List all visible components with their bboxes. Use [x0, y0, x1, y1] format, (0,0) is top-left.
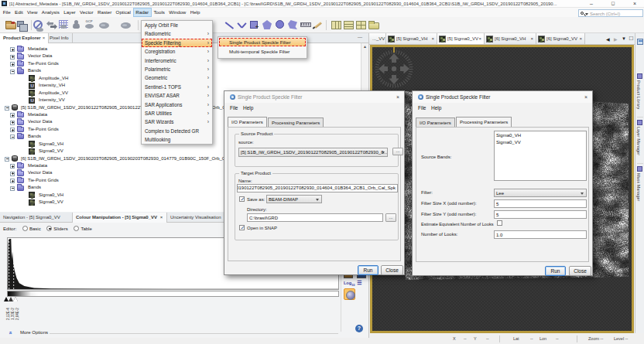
band-list-item[interactable]: Sigma0_VH [496, 132, 584, 139]
tree-expander-icon[interactable] [10, 113, 15, 118]
estimate-enl-checkbox[interactable] [497, 220, 502, 226]
tree-expander-icon[interactable] [10, 179, 15, 183]
number-of-looks-field[interactable]: 1.0 [494, 230, 587, 239]
filter-size-y-field[interactable]: 5 [494, 210, 587, 219]
line-tool-icon[interactable] [224, 21, 234, 29]
tab-list-icon[interactable]: ▼ [622, 36, 626, 41]
menu-item[interactable]: Multilooking [142, 135, 212, 144]
polyline-tool-icon[interactable] [237, 21, 246, 29]
format-combo[interactable]: BEAM-DIMAP [266, 195, 322, 203]
slider-handle-max[interactable] [13, 297, 18, 301]
open-product-icon[interactable] [5, 22, 16, 29]
spatial-subset-icon[interactable] [33, 20, 43, 29]
run-button[interactable]: Run [358, 265, 379, 275]
radio-table[interactable] [74, 226, 79, 231]
menu-item[interactable]: SAR Wizards › [142, 118, 212, 126]
tree-expander-icon[interactable] [5, 157, 9, 162]
submenu-item[interactable]: Multi-temporal Speckle Filter [219, 47, 306, 56]
menubar-item[interactable]: Help [188, 8, 202, 17]
filter-combo[interactable]: Lee [494, 189, 587, 197]
menu-item[interactable]: SAR Applications › [142, 100, 212, 109]
tree-expander-icon[interactable] [10, 70, 15, 74]
log-scaling-icon[interactable]: Log10 [344, 281, 355, 287]
dialog-menu-file[interactable]: File [418, 105, 426, 111]
more-options-label[interactable]: More Options [20, 330, 48, 335]
scroll-tabs-left-icon[interactable]: ◀ [606, 36, 610, 42]
rectangle-tool-icon[interactable] [250, 21, 258, 29]
tab-processing-parameters[interactable]: Processing Parameters [456, 117, 512, 127]
palette-chooser-icon[interactable] [344, 288, 355, 300]
reprojection-icon[interactable] [46, 21, 57, 29]
gcp-manager-icon[interactable]: GCP [83, 19, 95, 30]
tab-io-parameters[interactable]: I/O Parameters [416, 118, 455, 127]
tree-expander-icon[interactable] [10, 121, 15, 125]
menubar-item[interactable]: File [1, 8, 12, 17]
run-button[interactable]: Run [545, 266, 566, 276]
close-icon[interactable]: × [478, 36, 481, 41]
source-product-combo[interactable]: [5] S1B_IW_GRDH_1SDV_20190122T082905_201… [238, 148, 388, 157]
radio-basic[interactable] [22, 226, 28, 231]
menubar-item[interactable]: Optical [114, 8, 133, 17]
expand-more-icon[interactable]: » [8, 332, 13, 335]
document-tab[interactable]: ..._VV [369, 33, 386, 44]
tree-expander-icon[interactable] [10, 47, 15, 52]
evenly-distribute-icon[interactable]: ☰ [357, 280, 361, 286]
tab-processing-parameters[interactable]: Processing Parameters [268, 118, 324, 127]
tab-pixel-info[interactable]: Pixel Info [46, 33, 73, 43]
close-icon[interactable]: × [579, 36, 582, 41]
menubar-item[interactable]: View [25, 8, 39, 17]
document-tab[interactable]: [6] Sigma0_VV × [536, 33, 585, 44]
tree-expander-icon[interactable] [10, 135, 15, 139]
menu-item[interactable]: Apply Orbit File [142, 21, 212, 29]
tree-expander-icon[interactable] [10, 55, 15, 60]
polygon-tool-icon[interactable] [262, 20, 272, 29]
close-icon[interactable]: × [160, 215, 163, 220]
close-button[interactable]: Close [569, 266, 591, 276]
tree-expander-icon[interactable] [10, 128, 15, 132]
menu-item[interactable]: Polarimetric › [142, 65, 212, 73]
sidebar-tab-layer-manager[interactable]: Layer Manager [635, 120, 644, 162]
close-icon[interactable]: × [396, 94, 399, 100]
menu-item[interactable]: Geometric › [142, 73, 212, 82]
tree-expander-icon[interactable] [10, 62, 15, 66]
dialog-menu-file[interactable]: File [230, 105, 238, 111]
menu-item[interactable]: Sentinel-1 TOPS › [142, 83, 212, 91]
tile-grid-icon[interactable] [356, 21, 366, 29]
tile-single-icon[interactable] [368, 22, 379, 29]
tree-expander-icon[interactable] [10, 164, 15, 169]
dialog-titlebar[interactable]: Single Product Speckle Filter × [224, 91, 404, 103]
ellipse-tool-icon[interactable] [276, 20, 284, 29]
source-bands-list[interactable]: Sigma0_VHSigma0_VV [494, 131, 587, 181]
close-icon[interactable]: × [43, 36, 46, 40]
help-icon[interactable]: ? [355, 325, 363, 332]
submenu-item[interactable]: Single Product Speckle Filter [219, 38, 306, 46]
menu-item[interactable]: Coregistration › [142, 47, 212, 56]
menubar-item[interactable]: Tools [152, 8, 167, 17]
tile-horizontally-icon[interactable] [331, 21, 341, 29]
save-as-checkbox[interactable] [239, 196, 245, 202]
sidebar-tab-product-library[interactable]: Product Library [635, 73, 644, 115]
directory-browse-button[interactable]: ... [385, 213, 396, 222]
menu-item[interactable]: Speckle Filtering › [142, 39, 212, 47]
maximize-view-icon[interactable]: □ [629, 35, 633, 42]
resampling-icon[interactable] [59, 20, 68, 29]
directory-field[interactable]: C:\brasil\GRD [247, 213, 383, 222]
tab-colour-manipulation[interactable]: Colour Manipulation - [5] Sigma0_VV × [73, 213, 167, 223]
open-in-snap-checkbox[interactable] [239, 225, 245, 230]
close-icon[interactable]: × [530, 36, 533, 41]
band-list-item[interactable]: Sigma0_VV [496, 139, 584, 146]
document-tab[interactable]: [5] Sigma0_VH × [386, 33, 437, 44]
filter-size-x-field[interactable]: 5 [494, 199, 587, 208]
pin-manager-icon[interactable] [99, 22, 109, 29]
document-tab[interactable]: [6] Sigma0_VH × [485, 33, 536, 44]
document-tab[interactable]: [5] Sigma0_VV × [437, 33, 485, 44]
menu-item[interactable]: Radiometric › [142, 29, 212, 38]
save-product-icon[interactable] [17, 21, 24, 27]
menu-item[interactable]: Interferometric › [142, 56, 212, 65]
menubar-item[interactable]: Analysis [39, 8, 61, 17]
minimize-panel-icon[interactable]: — [356, 36, 364, 41]
tab-product-explorer[interactable]: Product Explorer× [0, 33, 49, 43]
pin-placer-icon[interactable] [121, 22, 131, 29]
tree-expander-icon[interactable] [5, 106, 9, 111]
menu-item[interactable]: ENVISAT ASAR › [142, 91, 212, 100]
